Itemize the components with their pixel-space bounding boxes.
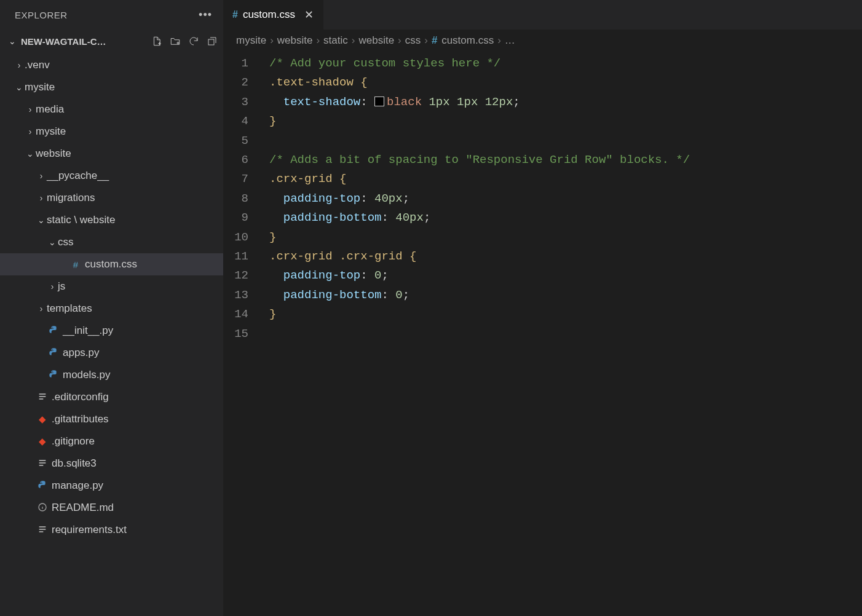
code-line[interactable] (269, 132, 862, 151)
chevron-right-icon: › (497, 34, 501, 47)
code-line[interactable] (269, 325, 862, 344)
breadcrumb-segment[interactable]: … (505, 34, 515, 47)
new-folder-icon[interactable] (169, 35, 181, 47)
code-line[interactable]: padding-top: 0; (269, 266, 862, 285)
tree-item-label: apps.py (63, 347, 100, 359)
code-editor[interactable]: 123456789101112131415 /* Add your custom… (224, 52, 862, 616)
breadcrumb: mysite›website›static›website›css›# cust… (224, 30, 862, 52)
breadcrumb-segment[interactable]: website (277, 34, 313, 47)
project-header[interactable]: ⌄ NEW-WAGTAIL-C… (0, 30, 223, 53)
line-number: 7 (224, 170, 261, 189)
svg-rect-0 (208, 39, 214, 45)
line-number: 4 (224, 112, 261, 131)
code-line[interactable]: padding-bottom: 40px; (269, 208, 862, 227)
folder-row[interactable]: ›js (0, 275, 223, 298)
chevron-right-icon: › (25, 127, 36, 136)
folder-row[interactable]: ›mysite (0, 120, 223, 143)
folder-row[interactable]: ›__pycache__ (0, 165, 223, 187)
chevron-right-icon: › (36, 193, 47, 203)
line-number: 10 (224, 228, 261, 247)
explorer-sidebar: EXPLORER ••• ⌄ NEW-WAGTAIL-C… ›.venv⌄mys… (0, 0, 224, 616)
breadcrumb-segment[interactable]: mysite (236, 34, 266, 47)
file-row[interactable]: requirements.txt (0, 519, 223, 541)
code-line[interactable]: .crx-grid { (269, 170, 862, 189)
code-line[interactable]: /* Add your custom styles here */ (269, 54, 862, 73)
code-line[interactable]: padding-bottom: 0; (269, 286, 862, 305)
breadcrumb-segment[interactable]: static (323, 34, 348, 47)
file-row[interactable]: db.sqlite3 (0, 452, 223, 475)
folder-row[interactable]: ›templates (0, 298, 223, 320)
folder-row[interactable]: ›.venv (0, 54, 223, 76)
tab-custom-css[interactable]: # custom.css ✕ (224, 0, 324, 30)
folder-row[interactable]: ⌄css (0, 231, 223, 253)
python-icon (36, 480, 49, 492)
chevron-down-icon: ⌄ (9, 36, 18, 46)
file-row[interactable]: #custom.css (0, 253, 223, 275)
hash-icon: # (232, 9, 238, 20)
tree-item-label: .gitattributes (52, 413, 109, 425)
python-icon (47, 369, 60, 381)
code-line[interactable]: } (269, 112, 862, 131)
tree-item-label: custom.css (85, 258, 137, 270)
tab-label: custom.css (243, 9, 295, 21)
line-number: 13 (224, 286, 261, 305)
collapse-all-icon[interactable] (206, 35, 218, 47)
tree-item-label: .gitignore (52, 435, 95, 448)
breadcrumb-segment[interactable]: website (358, 34, 394, 47)
line-number: 2 (224, 73, 261, 92)
code-line[interactable]: /* Adds a bit of spacing to "Responsive … (269, 151, 862, 170)
chevron-right-icon: › (14, 60, 25, 70)
code-line[interactable]: .crx-grid .crx-grid { (269, 247, 862, 266)
code-content[interactable]: /* Add your custom styles here */.text-s… (261, 52, 862, 616)
chevron-right-icon: › (352, 34, 355, 47)
file-row[interactable]: README.md (0, 497, 223, 519)
new-file-icon[interactable] (151, 35, 163, 47)
line-number: 12 (224, 266, 261, 285)
tree-item-label: models.py (63, 369, 110, 381)
tree-item-label: .editorconfig (52, 391, 109, 403)
ellipsis-icon[interactable]: ••• (199, 9, 212, 22)
line-number: 14 (224, 305, 261, 324)
line-number: 8 (224, 189, 261, 208)
code-line[interactable]: } (269, 228, 862, 247)
color-swatch[interactable] (374, 97, 384, 106)
folder-row[interactable]: ⌄mysite (0, 76, 223, 98)
git-icon: ◆ (36, 436, 49, 447)
tree-item-label: mysite (36, 125, 66, 138)
close-icon[interactable]: ✕ (304, 8, 315, 22)
hash-icon: # (432, 34, 437, 46)
python-icon (47, 347, 60, 359)
lines-icon (36, 524, 49, 536)
code-line[interactable]: .text-shadow { (269, 73, 862, 92)
project-name: NEW-WAGTAIL-C… (21, 36, 148, 47)
file-tree: ›.venv⌄mysite›media›mysite⌄website›__pyc… (0, 53, 223, 616)
file-row[interactable]: __init__.py (0, 320, 223, 342)
file-row[interactable]: .editorconfig (0, 386, 223, 408)
breadcrumb-segment[interactable]: # custom.css (432, 34, 494, 47)
chevron-down-icon: ⌄ (14, 82, 25, 92)
tree-item-label: manage.py (52, 480, 103, 492)
folder-row[interactable]: ⌄static \ website (0, 209, 223, 231)
breadcrumb-segment[interactable]: css (405, 34, 421, 47)
file-row[interactable]: ◆.gitattributes (0, 408, 223, 430)
code-line[interactable]: padding-top: 40px; (269, 189, 862, 208)
folder-row[interactable]: ⌄website (0, 143, 223, 165)
chevron-right-icon: › (424, 34, 428, 47)
file-row[interactable]: apps.py (0, 342, 223, 364)
folder-row[interactable]: ›migrations (0, 187, 223, 209)
folder-row[interactable]: ›media (0, 98, 223, 120)
tree-item-label: .venv (25, 59, 50, 71)
file-row[interactable]: models.py (0, 364, 223, 386)
code-line[interactable]: text-shadow: black 1px 1px 12px; (269, 93, 862, 112)
file-row[interactable]: manage.py (0, 475, 223, 497)
chevron-down-icon: ⌄ (25, 149, 36, 159)
lines-icon (36, 458, 49, 470)
python-icon (47, 325, 60, 337)
chevron-down-icon: ⌄ (36, 215, 47, 225)
code-line[interactable]: } (269, 305, 862, 324)
file-row[interactable]: ◆.gitignore (0, 430, 223, 452)
tree-item-label: __init__.py (63, 325, 113, 337)
refresh-icon[interactable] (188, 35, 200, 47)
editor-area: # custom.css ✕ mysite›website›static›web… (224, 0, 862, 616)
tree-item-label: js (58, 280, 65, 293)
